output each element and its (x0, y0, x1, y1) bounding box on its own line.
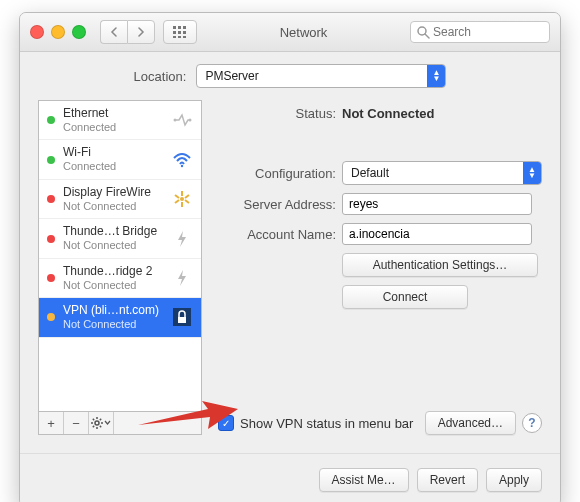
server-address-input[interactable] (342, 193, 532, 215)
sidebar-item-vpn[interactable]: VPN (bli…nt.com)Not Connected (39, 298, 201, 337)
thunderbolt-icon (171, 268, 193, 288)
revert-button[interactable]: Revert (417, 468, 478, 492)
service-name: Thunde…t Bridge (63, 225, 163, 239)
advanced-button[interactable]: Advanced… (425, 411, 516, 435)
svg-point-11 (174, 119, 177, 122)
status-dot-icon (47, 116, 55, 124)
svg-line-29 (100, 426, 101, 427)
grid-icon (173, 26, 187, 38)
service-status: Not Connected (63, 200, 163, 213)
back-button[interactable] (100, 20, 127, 44)
svg-line-20 (185, 195, 189, 198)
minimize-window-button[interactable] (51, 25, 65, 39)
apply-button[interactable]: Apply (486, 468, 542, 492)
show-vpn-status-checkbox[interactable]: ✓ (218, 415, 234, 431)
status-dot-icon (47, 274, 55, 282)
service-status: Not Connected (63, 239, 163, 252)
nav-buttons (100, 20, 155, 44)
svg-rect-8 (183, 36, 186, 38)
location-value: PMServer (205, 69, 427, 83)
service-name: VPN (bli…nt.com) (63, 304, 163, 318)
configuration-value: Default (351, 166, 523, 180)
add-service-button[interactable]: + (39, 412, 64, 434)
svg-rect-5 (183, 31, 186, 34)
wifi-icon (171, 150, 193, 170)
remove-service-button[interactable]: − (64, 412, 89, 434)
sidebar-item-firewire[interactable]: Display FireWireNot Connected (39, 180, 201, 219)
svg-line-28 (93, 419, 94, 420)
svg-point-14 (180, 197, 184, 201)
chevron-right-icon (137, 27, 145, 37)
columns: EthernetConnected Wi-FiConnected Display… (38, 100, 542, 435)
popup-arrows-icon: ▲▼ (427, 65, 445, 87)
svg-rect-1 (178, 26, 181, 29)
svg-rect-4 (178, 31, 181, 34)
svg-line-31 (100, 419, 101, 420)
status-label: Status: (218, 106, 342, 121)
window-controls (30, 25, 86, 39)
sidebar-item-thunderbolt-1[interactable]: Thunde…t BridgeNot Connected (39, 219, 201, 258)
status-dot-icon (47, 156, 55, 164)
sidebar-item-ethernet[interactable]: EthernetConnected (39, 101, 201, 140)
service-name: Display FireWire (63, 186, 163, 200)
help-button[interactable]: ? (522, 413, 542, 433)
svg-point-13 (181, 164, 183, 166)
show-vpn-status-label: Show VPN status in menu bar (240, 416, 413, 431)
sidebar-item-thunderbolt-2[interactable]: Thunde…ridge 2Not Connected (39, 259, 201, 298)
close-window-button[interactable] (30, 25, 44, 39)
service-status: Connected (63, 121, 163, 134)
svg-line-17 (175, 195, 179, 198)
assist-me-button[interactable]: Assist Me… (319, 468, 409, 492)
svg-rect-7 (178, 36, 181, 38)
service-status: Connected (63, 160, 163, 173)
vpn-lock-icon (171, 307, 193, 327)
location-row: Location: PMServer ▲▼ (38, 64, 542, 88)
service-name: Wi-Fi (63, 146, 163, 160)
gear-icon (91, 417, 103, 429)
svg-rect-2 (183, 26, 186, 29)
service-name: Ethernet (63, 107, 163, 121)
service-status: Not Connected (63, 279, 163, 292)
status-dot-icon (47, 195, 55, 203)
titlebar: Network (20, 13, 560, 52)
forward-button[interactable] (127, 20, 155, 44)
chevron-left-icon (110, 27, 118, 37)
zoom-window-button[interactable] (72, 25, 86, 39)
service-list[interactable]: EthernetConnected Wi-FiConnected Display… (38, 100, 202, 411)
service-status: Not Connected (63, 318, 163, 331)
svg-rect-6 (173, 36, 176, 38)
status-dot-icon (47, 235, 55, 243)
account-name-input[interactable] (342, 223, 532, 245)
show-all-button[interactable] (163, 20, 197, 44)
svg-rect-3 (173, 31, 176, 34)
search-input[interactable] (410, 21, 550, 43)
status-dot-icon (47, 313, 55, 321)
firewire-icon (171, 189, 193, 209)
svg-line-18 (185, 200, 189, 203)
detail-pane: Status: Not Connected Configuration: Def… (218, 100, 542, 435)
location-popup[interactable]: PMServer ▲▼ (196, 64, 446, 88)
thunderbolt-icon (171, 229, 193, 249)
footer: Assist Me… Revert Apply (20, 453, 560, 502)
sidebar: EthernetConnected Wi-FiConnected Display… (38, 100, 202, 435)
account-name-label: Account Name: (218, 227, 342, 242)
authentication-settings-button[interactable]: Authentication Settings… (342, 253, 538, 277)
connect-button[interactable]: Connect (342, 285, 468, 309)
sidebar-item-wifi[interactable]: Wi-FiConnected (39, 140, 201, 179)
svg-rect-22 (178, 317, 186, 323)
configuration-label: Configuration: (218, 166, 342, 181)
window-title: Network (197, 25, 410, 40)
svg-line-30 (93, 426, 94, 427)
svg-point-12 (189, 119, 192, 122)
server-address-label: Server Address: (218, 197, 342, 212)
svg-point-23 (95, 421, 99, 425)
svg-rect-0 (173, 26, 176, 29)
search-wrap (410, 21, 550, 43)
network-prefs-window: Network Location: PMServer ▲▼ EthernetCo… (19, 12, 561, 502)
svg-line-19 (175, 200, 179, 203)
actions-menu-button[interactable] (89, 412, 114, 434)
configuration-popup[interactable]: Default ▲▼ (342, 161, 542, 185)
list-footer: + − (38, 411, 202, 435)
body: Location: PMServer ▲▼ EthernetConnected … (20, 52, 560, 453)
popup-arrows-icon: ▲▼ (523, 162, 541, 184)
